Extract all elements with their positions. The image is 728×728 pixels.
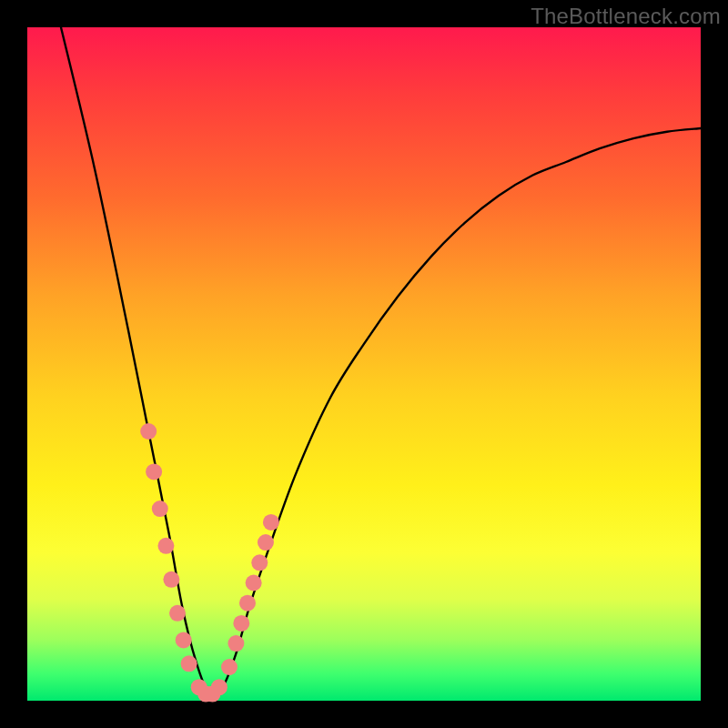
marker-dot <box>140 423 157 440</box>
marker-dot <box>221 659 238 675</box>
marker-dot <box>263 514 279 531</box>
marker-dot <box>176 632 192 648</box>
chart-svg <box>27 27 701 701</box>
marker-dot <box>251 554 268 571</box>
marker-dot <box>169 605 186 622</box>
marker-dot <box>246 575 262 592</box>
marker-dot <box>258 534 274 551</box>
highlight-dots <box>140 423 279 703</box>
marker-dot <box>152 500 168 517</box>
marker-dot <box>211 679 228 695</box>
marker-dot <box>181 655 197 672</box>
marker-dot <box>163 571 179 588</box>
bottleneck-curve <box>61 27 701 696</box>
plot-area <box>27 27 701 701</box>
marker-dot <box>239 595 256 612</box>
marker-dot <box>157 538 174 554</box>
watermark-text: TheBottleneck.com <box>531 4 721 29</box>
marker-dot <box>233 615 249 632</box>
marker-dot <box>228 635 244 652</box>
chart-frame: TheBottleneck.com <box>0 0 728 728</box>
marker-dot <box>146 463 162 480</box>
